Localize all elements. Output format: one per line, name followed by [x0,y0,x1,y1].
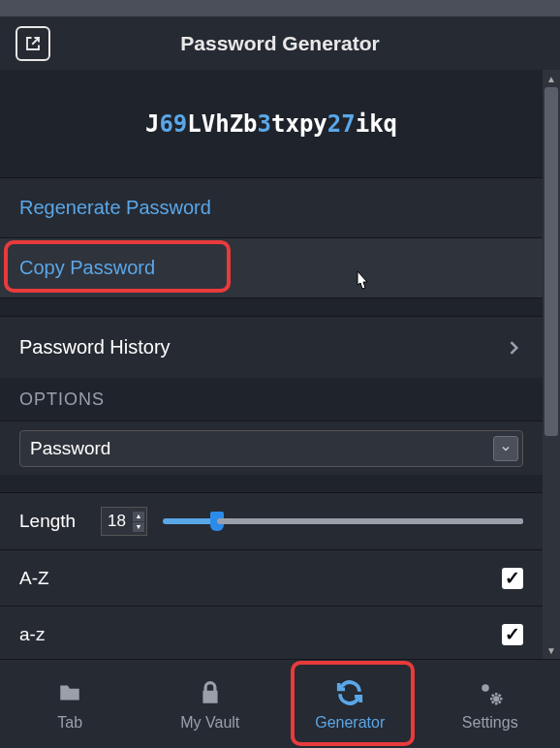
length-row: Length 18 ▲▼ [0,492,543,550]
popout-icon [24,35,42,52]
scrollbar-thumb[interactable] [544,87,558,436]
content-area: J69LVhZb3txpy27ikq Regenerate Password C… [0,70,543,659]
scroll-down-arrow[interactable]: ▼ [543,641,560,659]
window-titlebar [0,0,560,17]
nav-settings[interactable]: Settings [420,660,561,748]
generated-password: J69LVhZb3txpy27ikq [0,70,543,178]
option-row-a-z: a-z✓ [0,607,543,659]
password-history-link[interactable]: Password History [0,316,543,378]
option-row-a-z: A-Z✓ [0,550,543,607]
scroll-up-arrow[interactable]: ▲ [543,70,560,87]
password-digit: 69 [159,110,187,138]
nav-generator[interactable]: Generator [280,660,420,748]
nav-label: Tab [57,714,82,732]
svg-point-0 [482,684,489,692]
folder-icon [55,677,84,708]
password-type-value: Password [30,438,110,459]
nav-label: Generator [315,714,385,732]
history-label: Password History [19,336,171,358]
nav-tab[interactable]: Tab [0,660,140,748]
svg-point-1 [493,696,499,701]
copy-password-link[interactable]: Copy Password [0,238,543,298]
password-letter: txpy [271,110,327,138]
checkbox[interactable]: ✓ [502,568,523,589]
gears-icon [475,677,506,708]
password-digit: 27 [327,110,356,138]
option-label: A-Z [19,568,49,589]
nav-my-vault[interactable]: My Vault [140,660,281,748]
stepper-arrows[interactable]: ▲▼ [133,512,144,532]
length-stepper[interactable]: 18 ▲▼ [101,507,147,536]
regenerate-password-link[interactable]: Regenerate Password [0,178,543,238]
slider-thumb[interactable] [210,512,224,531]
nav-label: My Vault [180,714,239,732]
refresh-icon [335,677,364,708]
password-digit: 3 [258,110,271,138]
password-type-select[interactable]: Password [19,430,523,467]
length-label: Length [19,511,85,532]
scrollbar[interactable]: ▲ ▼ [543,70,560,659]
page-title: Password Generator [0,32,560,55]
chevron-down-icon [493,436,518,461]
chevron-right-icon [504,338,523,358]
option-label: a-z [19,624,45,645]
lock-icon [198,677,223,708]
header: Password Generator [0,17,560,70]
length-value: 18 [108,512,126,531]
popout-button[interactable] [16,26,50,61]
options-header: OPTIONS [0,378,543,421]
password-letter: J [145,110,159,138]
bottom-nav: TabMy VaultGeneratorSettings [0,659,560,748]
copy-label: Copy Password [19,257,155,279]
regenerate-label: Regenerate Password [19,197,211,219]
length-slider[interactable] [163,518,523,524]
password-letter: LVhZb [187,110,257,138]
nav-label: Settings [462,714,518,732]
checkbox[interactable]: ✓ [502,624,523,645]
password-type-row: Password [0,421,543,475]
password-letter: ikq [356,110,397,138]
